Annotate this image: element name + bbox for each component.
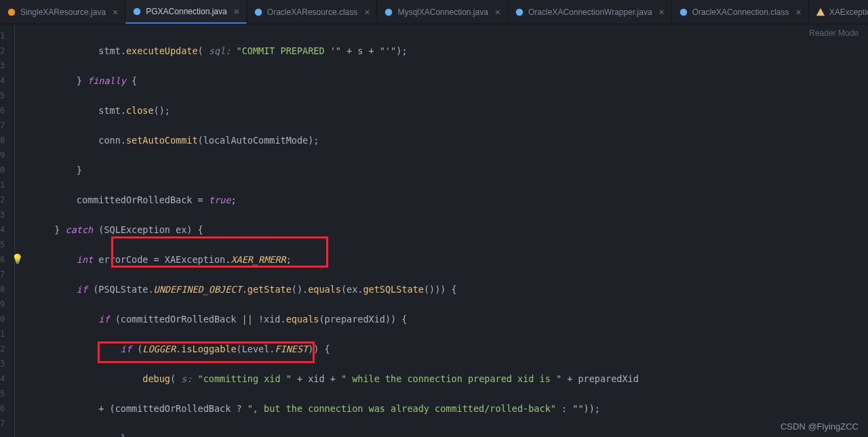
tab-label: MysqlXAConnection.java bbox=[397, 7, 488, 17]
close-icon[interactable]: × bbox=[796, 7, 802, 18]
svg-point-2 bbox=[255, 8, 262, 16]
watermark: CSDN @FlyingZCC bbox=[781, 421, 859, 432]
close-icon[interactable]: × bbox=[495, 7, 500, 18]
svg-point-1 bbox=[134, 7, 141, 15]
svg-point-4 bbox=[516, 8, 524, 16]
java-file-icon bbox=[7, 7, 16, 17]
svg-point-5 bbox=[680, 8, 688, 16]
tab-oracle-xa-connection[interactable]: OracleXAConnection.class × bbox=[672, 0, 809, 24]
class-file-icon bbox=[515, 7, 524, 17]
tab-oracle-xa-resource[interactable]: OracleXAResource.class × bbox=[247, 0, 378, 24]
class-file-icon bbox=[384, 7, 393, 17]
tab-mysql-xa-connection[interactable]: MysqlXAConnection.java × bbox=[377, 0, 508, 24]
tab-pgxa-connection[interactable]: PGXAConnection.java × bbox=[125, 0, 247, 24]
svg-point-0 bbox=[8, 8, 16, 16]
tab-label: OracleXAConnectionWrapper.java bbox=[528, 7, 652, 17]
tab-label: PGXAConnection.java bbox=[146, 7, 226, 16]
editor: 123 456 789 012 345 678 901 234 567 💡 st… bbox=[0, 24, 868, 437]
editor-tab-bar: SingleXAResource.java × PGXAConnection.j… bbox=[0, 0, 868, 24]
tab-xa-exception[interactable]: XAException. bbox=[809, 0, 868, 24]
class-file-icon bbox=[679, 7, 688, 17]
tab-label: XAException. bbox=[829, 7, 868, 17]
close-icon[interactable]: × bbox=[113, 7, 118, 18]
close-icon[interactable]: × bbox=[234, 6, 239, 17]
close-icon[interactable]: × bbox=[364, 7, 370, 18]
exception-file-icon bbox=[816, 7, 825, 17]
tab-label: OracleXAResource.class bbox=[267, 7, 357, 17]
class-file-icon bbox=[254, 7, 263, 17]
tab-label: OracleXAConnection.class bbox=[692, 7, 789, 17]
close-icon[interactable]: × bbox=[659, 7, 665, 18]
tab-oracle-xa-wrapper[interactable]: OracleXAConnectionWrapper.java × bbox=[508, 0, 672, 24]
line-number-gutter: 123 456 789 012 345 678 901 234 567 bbox=[0, 24, 10, 437]
code-area[interactable]: stmt.executeUpdate( sql: "COMMIT PREPARE… bbox=[10, 24, 868, 437]
class-file-icon bbox=[132, 7, 142, 16]
tab-label: SingleXAResource.java bbox=[20, 7, 106, 17]
tab-single-xa-resource[interactable]: SingleXAResource.java × bbox=[0, 0, 125, 24]
svg-point-3 bbox=[385, 8, 393, 16]
